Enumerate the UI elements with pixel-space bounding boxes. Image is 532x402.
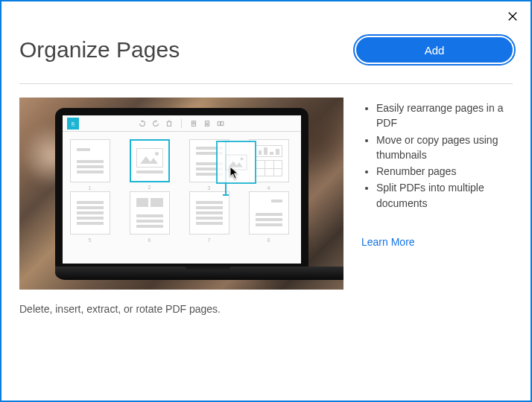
svg-rect-0	[168, 121, 171, 126]
page-thumb: 5	[70, 191, 110, 234]
feature-item: Move or copy pages using thumbnails	[376, 133, 513, 163]
extract-icon	[190, 120, 197, 127]
page-thumb: 6	[130, 191, 170, 234]
page-thumb: 1	[70, 139, 110, 182]
rotate-left-icon	[139, 120, 146, 127]
page-title: Organize Pages	[19, 37, 180, 63]
caption: Delete, insert, extract, or rotate PDF p…	[19, 303, 343, 315]
app-badge-icon: ⎘	[67, 118, 79, 130]
learn-more-link[interactable]: Learn More	[361, 236, 415, 248]
page-thumb: 8	[249, 191, 289, 234]
preview-image: ⎘	[19, 98, 343, 290]
close-icon	[507, 11, 518, 22]
page-thumb: 7	[189, 191, 229, 234]
divider	[19, 83, 513, 84]
insert-icon	[203, 120, 211, 127]
close-button[interactable]	[504, 7, 522, 25]
feature-item: Easily rearrange pages in a PDF	[376, 100, 513, 131]
feature-list: Easily rearrange pages in a PDF Move or …	[361, 100, 513, 211]
feature-item: Split PDFs into multiple documents	[376, 180, 513, 211]
page-thumb-selected: 2	[130, 139, 170, 182]
split-icon	[217, 120, 224, 127]
drag-ghost	[216, 141, 256, 184]
delete-icon	[165, 120, 173, 127]
feature-item: Renumber pages	[376, 164, 513, 179]
svg-rect-4	[221, 121, 223, 125]
rotate-right-icon	[152, 120, 159, 127]
svg-rect-3	[218, 121, 220, 125]
add-button[interactable]: Add	[356, 37, 513, 63]
